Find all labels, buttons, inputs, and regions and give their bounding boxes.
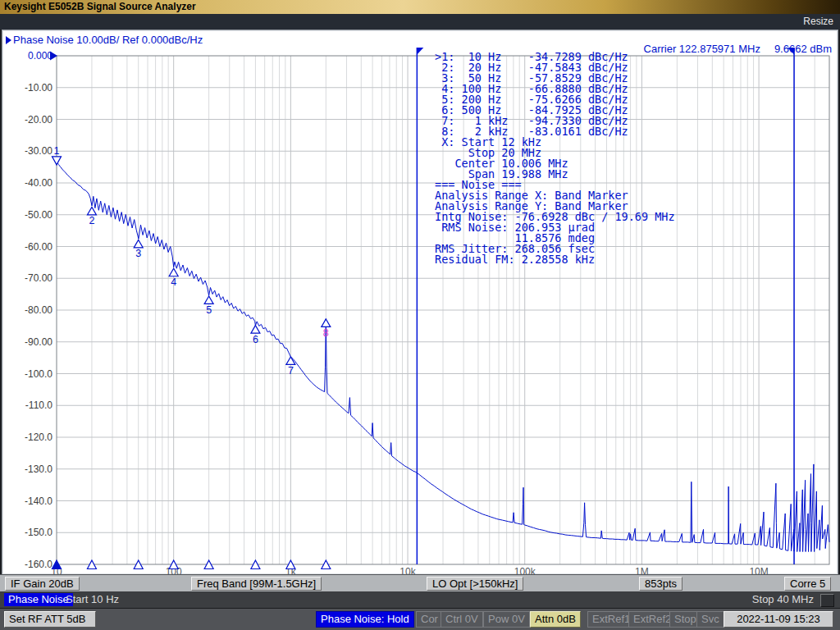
sweep-start-label: Start 10 Hz (66, 593, 119, 606)
instrument-screen: Keysight E5052B Signal Source Analyzer R… (0, 0, 840, 630)
correction-button[interactable]: Corre 5 (784, 577, 831, 591)
sweep-status-bar: Phase Noise Start 10 Hz Stop 40 MHz (0, 591, 840, 608)
status-grip[interactable] (820, 594, 834, 607)
cor-indicator: Cor (416, 611, 443, 628)
ctrl-indicator: Ctrl 0V (441, 611, 483, 628)
window-title: Keysight E5052B Signal Source Analyzer (4, 1, 196, 12)
window-title-bar: Keysight E5052B Signal Source Analyzer (0, 0, 840, 14)
menu-bar: Resize (0, 14, 840, 30)
lo-opt-button[interactable]: LO Opt [>150kHz] (427, 577, 523, 591)
sweep-stop-label: Stop 40 MHz (752, 593, 814, 606)
instrument-status-bar: Set RF ATT 5dB Phase Noise: Hold Cor Ctr… (0, 608, 840, 630)
graph-window (2, 30, 838, 575)
if-gain-button[interactable]: IF Gain 20dB (5, 577, 80, 591)
measurement-status-bar: IF Gain 20dB Freq Band [99M-1.5GHz] LO O… (0, 574, 840, 592)
phase-noise-hold-button[interactable]: Phase Noise: Hold (316, 611, 414, 628)
resize-button[interactable]: Resize (803, 14, 833, 30)
points-button[interactable]: 853pts (639, 577, 682, 591)
set-rf-att-button[interactable]: Set RF ATT 5dB (4, 611, 96, 628)
attn-indicator: Attn 0dB (530, 611, 581, 628)
datetime-display: 2022-11-09 15:23 (724, 611, 833, 628)
freq-band-button[interactable]: Freq Band [99M-1.5GHz] (191, 577, 322, 591)
mode-tab-phase-noise[interactable]: Phase Noise (4, 593, 73, 606)
svc-indicator: Svc (696, 611, 724, 628)
pow-indicator: Pow 0V (483, 611, 530, 628)
